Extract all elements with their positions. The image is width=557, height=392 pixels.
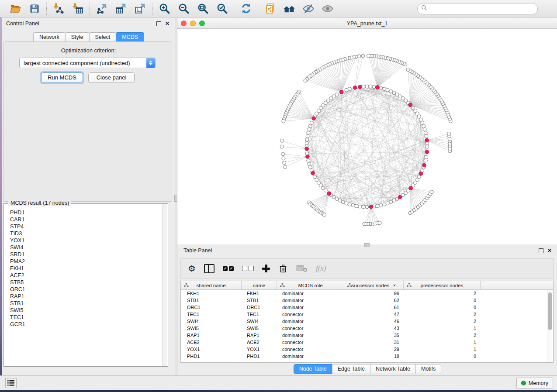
mcds-list-item[interactable]: SRD1 [10, 251, 163, 258]
cell-successor-nodes[interactable]: 18 [344, 353, 404, 360]
share-document-icon[interactable] [264, 3, 276, 15]
export-image-icon[interactable] [134, 3, 146, 15]
network-node[interactable] [425, 155, 428, 159]
cell-shared-name[interactable]: ACE2 [181, 339, 242, 346]
tab-edge-table[interactable]: Edge Table [332, 364, 370, 374]
leaf-node[interactable] [367, 54, 370, 58]
mcds-node[interactable] [358, 85, 362, 89]
sort-menu-icon[interactable] [393, 285, 396, 286]
leaf-node[interactable] [283, 161, 286, 165]
cell-predecessor-nodes[interactable]: 2 [404, 332, 481, 339]
table-row[interactable]: PHD1PHD1dominator180 [181, 353, 553, 360]
table-row[interactable]: FKH1FKH1dominator962 [181, 290, 553, 297]
cell-name[interactable]: ACE2 [242, 339, 277, 346]
network-node[interactable] [306, 134, 309, 138]
cell-successor-nodes[interactable]: 29 [344, 346, 404, 353]
table-row[interactable]: ACE2ACE2connector311 [181, 339, 553, 346]
leaf-node[interactable] [280, 139, 284, 142]
mcds-node[interactable] [353, 86, 357, 90]
mcds-list-item[interactable]: FKH1 [10, 265, 163, 272]
show-eye-icon[interactable] [322, 3, 334, 15]
network-node[interactable] [348, 203, 351, 206]
global-search[interactable] [417, 3, 538, 14]
cell-name[interactable]: SWI5 [242, 325, 277, 332]
cell-name[interactable]: FKH1 [242, 290, 277, 297]
function-builder-icon[interactable]: f(x) [316, 262, 326, 275]
mcds-node[interactable] [306, 155, 310, 159]
mcds-node[interactable] [376, 86, 380, 89]
network-node[interactable] [348, 87, 351, 91]
cell-MCDS-role[interactable]: dominator [277, 304, 344, 311]
mcds-list-item[interactable]: RAP1 [10, 293, 163, 300]
network-node[interactable] [345, 88, 348, 92]
leaf-node[interactable] [280, 145, 284, 148]
network-node[interactable] [365, 85, 369, 88]
cell-successor-nodes[interactable]: 35 [344, 332, 404, 339]
cell-successor-nodes[interactable]: 47 [344, 311, 404, 318]
network-node[interactable] [412, 106, 415, 110]
network-node[interactable] [386, 202, 389, 205]
mcds-list-item[interactable]: STP4 [10, 223, 163, 230]
column-header-shared-name[interactable]: shared name [181, 281, 242, 289]
home-pair-icon[interactable] [283, 3, 295, 15]
close-table-panel-icon[interactable]: ✕ [547, 248, 552, 253]
network-node[interactable] [426, 145, 429, 148]
table-row[interactable]: TEC1TEC1connector472 [181, 311, 553, 318]
table-row[interactable]: YOX1YOX1connector291 [181, 346, 553, 353]
tab-node-table[interactable]: Node Table [294, 364, 332, 374]
network-node[interactable] [424, 159, 427, 162]
network-node[interactable] [358, 205, 362, 208]
cell-predecessor-nodes[interactable]: 2 [404, 311, 481, 318]
open-session-icon[interactable] [9, 3, 21, 15]
network-node[interactable] [307, 131, 310, 134]
tab-network[interactable]: Network [33, 32, 66, 41]
mcds-node[interactable] [327, 192, 331, 196]
mcds-list-item[interactable]: SWI5 [10, 307, 163, 314]
mcds-list-item[interactable]: TEC1 [10, 314, 163, 321]
mcds-node[interactable] [422, 163, 426, 167]
tab-mcds[interactable]: MCDS [116, 32, 144, 41]
cell-successor-nodes[interactable]: 61 [344, 304, 404, 311]
cell-successor-nodes[interactable]: 62 [344, 297, 404, 304]
table-row[interactable]: RAP1RAP1dominator352 [181, 332, 553, 339]
mcds-result-list[interactable]: PHD1CAR1STP4TID3YOX1SWI4SRD1PMA2FKH1ACE2… [4, 206, 163, 366]
mcds-list-item[interactable]: GCR1 [10, 321, 163, 328]
show-column-panes-icon[interactable] [204, 262, 214, 275]
cell-MCDS-role[interactable]: connector [277, 325, 344, 332]
mcds-list-scrollbar[interactable] [162, 204, 167, 366]
table-row[interactable]: STB1STB1dominator620 [181, 297, 553, 304]
network-node[interactable] [372, 85, 376, 89]
tab-style[interactable]: Style [65, 32, 90, 41]
cell-shared-name[interactable]: TEC1 [181, 311, 242, 318]
network-node[interactable] [308, 162, 311, 166]
cell-name[interactable]: YOX1 [242, 346, 277, 353]
network-node[interactable] [355, 204, 358, 208]
cell-predecessor-nodes[interactable]: 0 [404, 304, 481, 311]
column-header-successor-nodes[interactable]: successor nodes [344, 281, 404, 289]
network-graph[interactable] [177, 29, 557, 244]
cell-predecessor-nodes[interactable]: 2 [404, 290, 481, 297]
memory-button[interactable]: Memory [516, 378, 553, 389]
import-network-icon[interactable] [52, 3, 65, 15]
float-panel-icon[interactable] [156, 21, 161, 26]
leaf-node[interactable] [406, 68, 410, 71]
cell-MCDS-role[interactable]: dominator [277, 318, 344, 325]
network-node[interactable] [324, 189, 327, 192]
mcds-list-item[interactable]: ORC1 [10, 286, 163, 293]
cell-shared-name[interactable]: SWI4 [181, 318, 242, 325]
leaf-node[interactable] [430, 190, 433, 194]
mcds-node[interactable] [398, 195, 402, 199]
cell-predecessor-nodes[interactable]: 1 [404, 325, 481, 332]
run-mcds-button[interactable]: Run MCDS [41, 72, 83, 83]
cell-name[interactable]: PHD1 [242, 353, 277, 360]
column-header-predecessor-nodes[interactable]: predecessor nodes [404, 281, 481, 289]
cell-MCDS-role[interactable]: connector [277, 346, 344, 353]
mcds-list-item[interactable]: SWI4 [10, 244, 163, 251]
network-node[interactable] [362, 205, 365, 209]
mcds-list-item[interactable]: PMA2 [10, 258, 163, 265]
cell-predecessor-nodes[interactable]: 0 [404, 297, 481, 304]
mcds-list-item[interactable]: CAR1 [10, 216, 163, 223]
mcds-node[interactable] [339, 90, 343, 94]
network-node[interactable] [305, 138, 309, 141]
network-node[interactable] [345, 202, 348, 205]
